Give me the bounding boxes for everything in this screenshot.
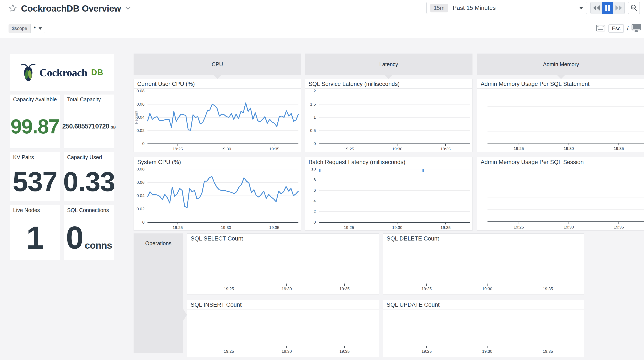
chart-system-cpu[interactable]: System CPU (%) 00.020.040.060.0819:2519:… — [134, 157, 301, 231]
fast-forward-button[interactable] — [613, 2, 624, 14]
x-tick-mark — [178, 222, 178, 224]
y-tick-label: 0.02 — [134, 207, 144, 211]
group-header-operations[interactable]: Operations — [134, 233, 183, 353]
x-tick-mark — [426, 346, 427, 348]
stat-sql-connections[interactable]: SQL Connections 0 conns — [64, 205, 114, 260]
y-tick-label: 0.08 — [134, 167, 144, 172]
header-divider — [0, 38, 644, 38]
x-tick-label: 19:25 — [508, 225, 530, 230]
gridline — [488, 119, 644, 119]
stat-capacity-used[interactable]: Capacity Used 0.33 — [64, 152, 114, 201]
x-axis-line — [488, 143, 644, 143]
group-notch — [183, 309, 187, 321]
chart-plot-area: 19:2519:3019:35 — [477, 167, 644, 230]
group-label: CPU — [212, 61, 223, 67]
x-tick-mark — [274, 222, 274, 224]
x-axis-line — [488, 221, 644, 222]
chart-plot-area: 19:2519:3019:35 — [477, 89, 644, 152]
slash-hint: / — [627, 25, 628, 32]
group-header-latency[interactable]: Latency — [305, 53, 472, 75]
x-tick-label: 19:30 — [476, 349, 498, 354]
esc-key-button[interactable]: Esc — [608, 24, 624, 33]
chart-title: Current User CPU (%) — [134, 79, 301, 89]
stat-title: Capacity Available... — [10, 94, 60, 104]
x-tick-mark — [286, 284, 287, 286]
chart-sql-delete-count[interactable]: SQL DELETE Count 19:2519:3019:35 — [383, 233, 584, 295]
x-tick-mark — [226, 222, 226, 224]
group-notch — [557, 75, 565, 79]
x-tick-label: 19:30 — [276, 287, 297, 291]
stat-kv-pairs[interactable]: KV Pairs 537 — [10, 152, 60, 201]
chart-sql-update-count[interactable]: SQL UPDATE Count 19:2519:3019:35 — [383, 300, 584, 357]
chart-plot-area: 00.511.5219:2519:3019:35 — [305, 89, 472, 152]
y-tick-label: 0.08 — [134, 89, 144, 93]
y-tick-label: 1 — [305, 115, 316, 120]
x-tick-label: 19:25 — [218, 349, 240, 354]
time-range-selector[interactable]: 15m Past 15 Minutes — [426, 2, 587, 14]
stat-total-capacity[interactable]: Total Capacity 250.6855710720 GB — [64, 94, 114, 148]
chart-plot-area: 00.020.040.060.0819:2519:3019:35 — [134, 167, 301, 230]
chart-title: SQL Service Latency (milliseconds) — [305, 79, 472, 89]
stat-title: SQL Connections — [64, 205, 114, 215]
rewind-button[interactable] — [591, 2, 602, 14]
chart-sql-service-latency[interactable]: SQL Service Latency (milliseconds) 00.51… — [305, 79, 472, 152]
x-tick-label: 19:30 — [476, 287, 498, 291]
group-header-admin-memory[interactable]: Admin Memory — [477, 53, 644, 75]
x-tick-mark — [344, 284, 345, 286]
chart-admin-memory-per-session[interactable]: Admin Memory Usage Per SQL Session 19:25… — [477, 157, 644, 231]
x-tick-label: 19:35 — [435, 225, 456, 230]
chart-sql-insert-count[interactable]: SQL INSERT Count 19:2519:3019:35 — [187, 300, 379, 357]
template-variable-value-text: * — [34, 25, 36, 31]
x-tick-label: 19:35 — [608, 146, 630, 151]
y-tick-label: 1.5 — [305, 102, 316, 107]
y-tick-label: 0.02 — [134, 128, 144, 133]
zoom-out-button[interactable] — [628, 2, 640, 14]
time-range-label: Past 15 Minutes — [453, 4, 496, 11]
x-tick-mark — [445, 144, 446, 146]
x-tick-mark — [178, 144, 178, 146]
x-tick-label: 19:30 — [558, 225, 580, 230]
chart-admin-memory-per-statement[interactable]: Admin Memory Usage Per SQL Statement 19:… — [477, 79, 644, 152]
stat-title: KV Pairs — [10, 152, 60, 162]
chart-plot-area: 19:2519:3019:35 — [383, 310, 584, 357]
x-tick-label: 19:35 — [264, 225, 285, 230]
x-tick-mark — [426, 284, 427, 286]
x-tick-label: 19:25 — [416, 287, 437, 291]
x-tick-label: 19:35 — [264, 147, 285, 151]
chart-current-user-cpu[interactable]: Current User CPU (%) 00.020.040.060.0819… — [134, 79, 301, 152]
x-tick-label: 19:30 — [386, 225, 408, 230]
chart-sql-select-count[interactable]: SQL SELECT Count 19:2519:3019:35 — [187, 233, 379, 295]
logo-wordmark: Cockroach — [40, 66, 87, 79]
chart-plot-area: 00.020.040.060.0819:2519:3019:35Percent — [134, 89, 301, 152]
y-tick-label: 4 — [305, 199, 316, 203]
title-chevron-down-icon[interactable] — [125, 6, 131, 11]
stat-value: 1 — [26, 220, 44, 256]
chart-title: SQL DELETE Count — [383, 234, 584, 243]
monitor-icon[interactable] — [632, 24, 641, 33]
stat-capacity-available[interactable]: Capacity Available... 99.87 — [10, 94, 60, 148]
y-axis-title: Percent — [134, 111, 139, 124]
group-header-cpu[interactable]: CPU — [134, 53, 301, 75]
x-tick-label: 19:35 — [537, 349, 559, 354]
stat-live-nodes[interactable]: Live Nodes 1 — [10, 205, 60, 260]
stat-title: Live Nodes — [10, 205, 60, 215]
x-axis-line — [319, 143, 470, 144]
star-icon[interactable] — [8, 4, 17, 13]
group-label: Operations — [134, 240, 183, 247]
y-tick-label: 0.06 — [134, 102, 144, 107]
stat-value: 0 — [66, 220, 83, 256]
chart-batch-request-latency[interactable]: Batch Request Latency (milliseconds) 024… — [305, 157, 472, 231]
x-tick-label: 19:30 — [276, 349, 297, 354]
y-tick-label: 2 — [305, 89, 316, 93]
cockroachdb-logo-widget[interactable]: Cockroach DB — [10, 54, 114, 91]
y-tick-label: 6 — [305, 188, 316, 193]
template-variable-scope[interactable]: $scope * — [8, 24, 45, 33]
series-polyline — [148, 103, 298, 130]
stat-unit: conns — [85, 240, 112, 251]
y-tick-label: 0 — [305, 141, 316, 146]
keyboard-icon[interactable] — [596, 25, 606, 32]
stat-value: 99.87 — [10, 115, 60, 138]
pause-button[interactable] — [602, 2, 613, 14]
y-tick-label: 2 — [305, 209, 316, 214]
x-tick-mark — [286, 346, 287, 348]
